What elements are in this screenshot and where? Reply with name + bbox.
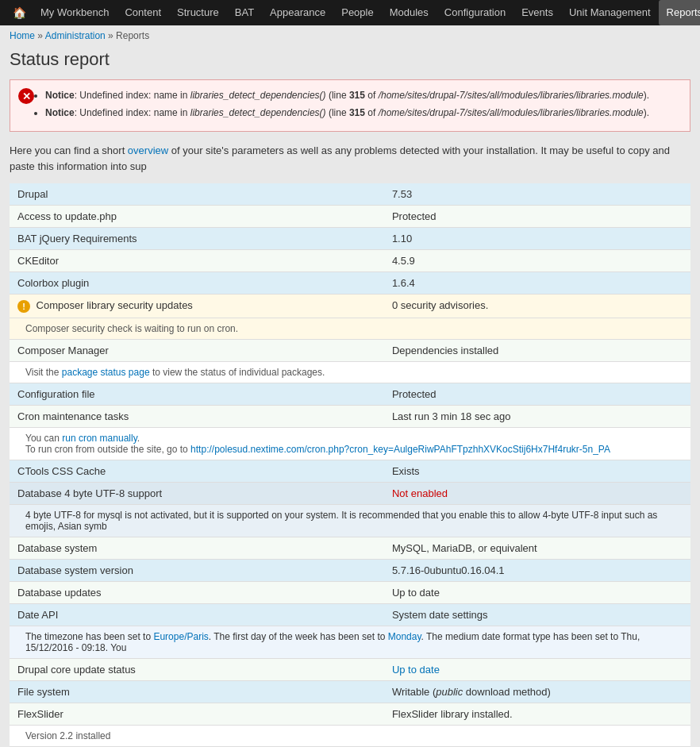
nav-unit-management[interactable]: Unit Management bbox=[561, 0, 659, 25]
breadcrumb: Home » Administration » Reports bbox=[0, 25, 700, 46]
row-label-composer-manager: Composer Manager bbox=[10, 339, 384, 361]
table-row-sub: Composer security check is waiting to ru… bbox=[10, 318, 690, 339]
row-label-drupal: Drupal bbox=[10, 183, 384, 206]
table-row: Drupal core update status Up to date bbox=[10, 658, 690, 680]
row-value-composer-security: 0 security advisories. bbox=[384, 295, 690, 318]
row-value-bat-jquery: 1.10 bbox=[384, 228, 690, 250]
row-label-colorbox: Colorbox plugin bbox=[10, 272, 384, 295]
error-item-1: Notice: Undefined index: name in librari… bbox=[45, 88, 680, 102]
row-label-composer-security: ! Composer library security updates bbox=[10, 295, 384, 318]
row-value-cron: Last run 3 min 18 sec ago bbox=[384, 405, 690, 427]
row-sub-composer-security: Composer security check is waiting to ru… bbox=[10, 318, 690, 339]
row-value-db-updates: Up to date bbox=[384, 581, 690, 603]
row-label-update-php: Access to update.php bbox=[10, 206, 384, 228]
row-value-ckeditor: 4.5.9 bbox=[384, 250, 690, 272]
row-sub-db-utf8: 4 byte UTF-8 for mysql is not activated,… bbox=[10, 504, 690, 537]
row-label-cron: Cron maintenance tasks bbox=[10, 405, 384, 427]
status-table: Drupal 7.53 Access to update.php Protect… bbox=[10, 183, 690, 747]
table-row: Cron maintenance tasks Last run 3 min 18… bbox=[10, 405, 690, 427]
table-row: File system Writable (public download me… bbox=[10, 680, 690, 703]
row-label-drupal-core-update: Drupal core update status bbox=[10, 658, 384, 680]
row-label-db-system: Database system bbox=[10, 537, 384, 559]
row-value-db-version: 5.7.16-0ubuntu0.16.04.1 bbox=[384, 559, 690, 581]
table-row: CTools CSS Cache Exists bbox=[10, 460, 690, 482]
nav-reports[interactable]: Reports bbox=[659, 0, 700, 25]
row-label-ctools-css: CTools CSS Cache bbox=[10, 460, 384, 482]
run-cron-link[interactable]: run cron manually bbox=[62, 433, 137, 444]
drupal-core-update-link[interactable]: Up to date bbox=[392, 664, 440, 676]
table-row: Access to update.php Protected bbox=[10, 206, 690, 228]
table-row-sub: You can run cron manually. To run cron f… bbox=[10, 427, 690, 460]
row-label-date-api: Date API bbox=[10, 603, 384, 626]
short-overview-link[interactable]: overview bbox=[128, 144, 168, 156]
home-icon[interactable]: 🏠 bbox=[6, 6, 33, 19]
error-list: Notice: Undefined index: name in librari… bbox=[45, 88, 680, 120]
row-value-flexslider: FlexSlider library installed. bbox=[384, 703, 690, 725]
monday-link[interactable]: Monday bbox=[388, 631, 421, 642]
row-value-composer-manager: Dependencies installed bbox=[384, 339, 690, 361]
cron-url-link[interactable]: http://polesud.nextime.com/cron.php?cron… bbox=[190, 444, 610, 455]
table-row: Database updates Up to date bbox=[10, 581, 690, 603]
row-value-drupal-core-update: Up to date bbox=[384, 658, 690, 680]
table-row: Date API System date settings bbox=[10, 603, 690, 626]
nav-structure[interactable]: Structure bbox=[169, 0, 227, 25]
row-label-db-updates: Database updates bbox=[10, 581, 384, 603]
row-label-bat-jquery: BAT jQuery Requirements bbox=[10, 228, 384, 250]
row-value-db-system: MySQL, MariaDB, or equivalent bbox=[384, 537, 690, 559]
row-value-db-utf8: Not enabled bbox=[384, 482, 690, 504]
row-label-config-file: Configuration file bbox=[10, 383, 384, 405]
row-sub-date-api: The timezone has been set to Europe/Pari… bbox=[10, 626, 690, 658]
nav-content[interactable]: Content bbox=[117, 0, 169, 25]
row-value-date-api: System date settings bbox=[384, 603, 690, 626]
table-row: CKEditor 4.5.9 bbox=[10, 250, 690, 272]
table-row-sub: The timezone has been set to Europe/Pari… bbox=[10, 626, 690, 658]
row-sub-flexslider: Version 2.2 installed bbox=[10, 725, 690, 746]
row-label-flexslider: FlexSlider bbox=[10, 703, 384, 725]
row-label-db-utf8: Database 4 byte UTF-8 support bbox=[10, 482, 384, 504]
nav-modules[interactable]: Modules bbox=[382, 0, 437, 25]
row-value-colorbox: 1.6.4 bbox=[384, 272, 690, 295]
nav-appearance[interactable]: Appearance bbox=[262, 0, 333, 25]
page-title: Status report bbox=[0, 46, 700, 79]
row-sub-composer-manager: Visit the package status page to view th… bbox=[10, 361, 690, 383]
error-item-2: Notice: Undefined index: name in librari… bbox=[45, 106, 680, 120]
row-sub-cron: You can run cron manually. To run cron f… bbox=[10, 427, 690, 460]
main-content: ✕ Notice: Undefined index: name in libra… bbox=[0, 79, 700, 747]
breadcrumb-administration[interactable]: Administration bbox=[45, 30, 106, 41]
package-status-link[interactable]: package status page bbox=[62, 367, 150, 378]
page-description: Here you can find a short overview of yo… bbox=[10, 143, 690, 174]
table-row: Drupal 7.53 bbox=[10, 183, 690, 206]
table-row: Database system version 5.7.16-0ubuntu0.… bbox=[10, 559, 690, 581]
table-row: Database system MySQL, MariaDB, or equiv… bbox=[10, 537, 690, 559]
row-value-drupal: 7.53 bbox=[384, 183, 690, 206]
table-row: Configuration file Protected bbox=[10, 383, 690, 405]
error-circle-icon: ✕ bbox=[18, 88, 34, 104]
table-row: ! Composer library security updates 0 se… bbox=[10, 295, 690, 318]
table-row: FlexSlider FlexSlider library installed. bbox=[10, 703, 690, 725]
nav-people[interactable]: People bbox=[333, 0, 381, 25]
table-row-sub: 4 byte UTF-8 for mysql is not activated,… bbox=[10, 504, 690, 537]
table-row: Composer Manager Dependencies installed bbox=[10, 339, 690, 361]
row-value-file-system: Writable (public download method) bbox=[384, 680, 690, 703]
row-label-db-version: Database system version bbox=[10, 559, 384, 581]
error-notice-box: ✕ Notice: Undefined index: name in libra… bbox=[10, 79, 690, 132]
nav-events[interactable]: Events bbox=[513, 0, 561, 25]
table-row: Colorbox plugin 1.6.4 bbox=[10, 272, 690, 295]
row-label-ckeditor: CKEditor bbox=[10, 250, 384, 272]
warning-icon: ! bbox=[17, 300, 30, 313]
row-value-update-php: Protected bbox=[384, 206, 690, 228]
nav-configuration[interactable]: Configuration bbox=[437, 0, 513, 25]
breadcrumb-home[interactable]: Home bbox=[10, 30, 35, 41]
row-value-config-file: Protected bbox=[384, 383, 690, 405]
table-row-sub: Visit the package status page to view th… bbox=[10, 361, 690, 383]
row-label-file-system: File system bbox=[10, 680, 384, 703]
nav-bat[interactable]: BAT bbox=[227, 0, 262, 25]
breadcrumb-current: Reports bbox=[116, 30, 149, 41]
table-row: BAT jQuery Requirements 1.10 bbox=[10, 228, 690, 250]
row-value-ctools-css: Exists bbox=[384, 460, 690, 482]
main-navigation: 🏠 My Workbench Content Structure BAT App… bbox=[0, 0, 700, 25]
nav-my-workbench[interactable]: My Workbench bbox=[33, 0, 117, 25]
table-row-sub: Version 2.2 installed bbox=[10, 725, 690, 746]
timezone-link[interactable]: Europe/Paris bbox=[153, 631, 208, 642]
table-row: Database 4 byte UTF-8 support Not enable… bbox=[10, 482, 690, 504]
